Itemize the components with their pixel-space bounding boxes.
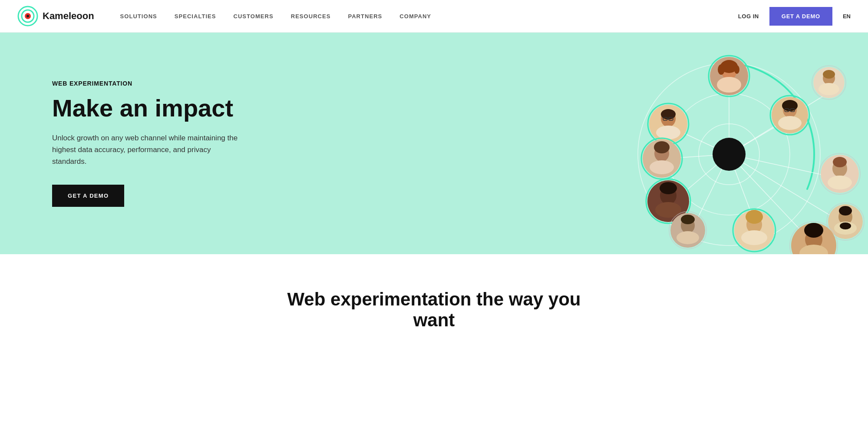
hero-content: WEB EXPERIMENTATION Make an impact Unloc… <box>52 80 239 207</box>
svg-point-23 <box>717 77 741 93</box>
nav-company[interactable]: COMPANY <box>399 13 431 20</box>
svg-point-77 <box>839 206 852 216</box>
navbar: Kameleoon SOLUTIONS SPECIALTIES CUSTOMER… <box>0 0 868 33</box>
svg-point-38 <box>778 116 802 130</box>
svg-point-51 <box>650 160 674 174</box>
svg-point-62 <box>660 182 677 194</box>
svg-point-71 <box>741 230 767 245</box>
svg-point-3 <box>26 15 29 17</box>
nav-links: SOLUTIONS SPECIALTIES CUSTOMERS RESOURCE… <box>120 13 738 20</box>
svg-point-72 <box>746 210 763 224</box>
nav-specialties[interactable]: SPECIALTIES <box>175 13 216 20</box>
hero-visual <box>577 33 868 254</box>
nav-customers[interactable]: CUSTOMERS <box>234 13 274 20</box>
svg-point-78 <box>840 222 851 229</box>
svg-point-46 <box>818 83 839 95</box>
below-hero-title: Web experimentation the way you want <box>282 289 586 331</box>
nav-solutions[interactable]: SOLUTIONS <box>120 13 157 20</box>
language-selector[interactable]: EN <box>843 13 851 20</box>
svg-point-18 <box>713 138 746 171</box>
nav-partners[interactable]: PARTNERS <box>348 13 382 20</box>
nav-right: LOG IN GET A DEMO EN <box>738 7 851 26</box>
svg-point-47 <box>823 70 835 79</box>
logo-icon <box>17 6 38 27</box>
hero-cta-button[interactable]: GET A DEMO <box>52 185 124 207</box>
svg-point-26 <box>734 65 739 74</box>
brand-name: Kameleoon <box>43 10 94 22</box>
below-hero-section: Web experimentation the way you want <box>0 254 868 357</box>
svg-point-83 <box>804 223 823 238</box>
svg-point-56 <box>828 176 852 189</box>
svg-point-52 <box>654 141 670 153</box>
svg-point-67 <box>681 215 695 224</box>
nav-resources[interactable]: RESOURCES <box>291 13 331 20</box>
network-svg <box>577 33 868 254</box>
svg-point-30 <box>656 126 680 139</box>
svg-point-61 <box>655 202 681 218</box>
logo-link[interactable]: Kameleoon <box>17 6 94 27</box>
svg-point-66 <box>677 231 699 244</box>
demo-button-nav[interactable]: GET A DEMO <box>769 7 832 26</box>
svg-point-25 <box>718 64 725 75</box>
hero-description: Unlock growth on any web channel while m… <box>52 132 239 168</box>
hero-title: Make an impact <box>52 95 239 122</box>
svg-point-57 <box>833 157 847 167</box>
login-link[interactable]: LOG IN <box>738 13 759 20</box>
hero-section: WEB EXPERIMENTATION Make an impact Unloc… <box>0 33 868 254</box>
hero-eyebrow: WEB EXPERIMENTATION <box>52 80 239 87</box>
